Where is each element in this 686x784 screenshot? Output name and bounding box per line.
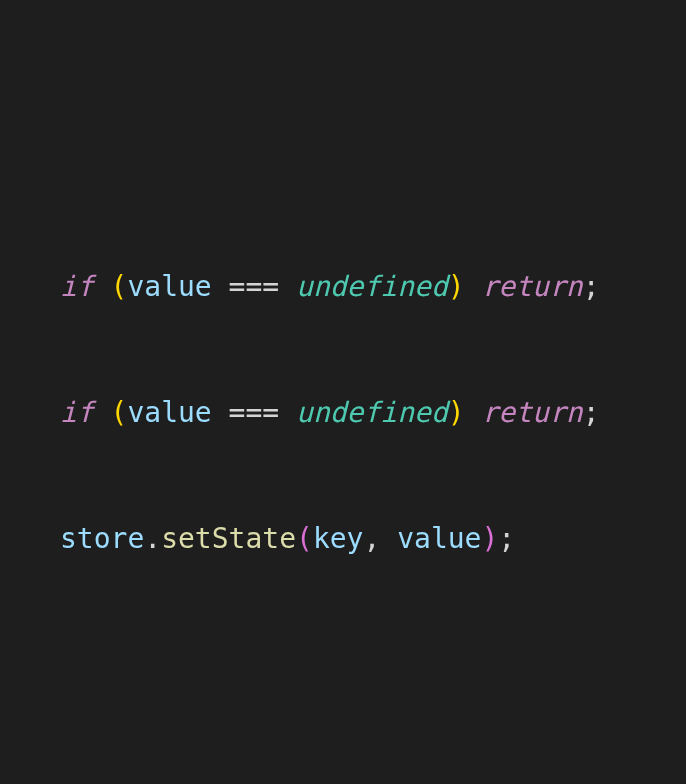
identifier-store: store bbox=[60, 522, 144, 555]
dot: . bbox=[144, 522, 161, 555]
code-block: if (value === undefined) return; if (val… bbox=[60, 182, 599, 602]
semicolon: ; bbox=[583, 396, 600, 429]
space bbox=[465, 270, 482, 303]
identifier-value: value bbox=[397, 522, 481, 555]
paren-open: ( bbox=[111, 396, 128, 429]
paren-close: ) bbox=[481, 522, 498, 555]
keyword-return: return bbox=[481, 396, 582, 429]
paren-close: ) bbox=[448, 396, 465, 429]
code-line: store.setState(key, value); bbox=[60, 518, 599, 560]
space bbox=[212, 270, 229, 303]
space bbox=[94, 270, 111, 303]
keyword-if: if bbox=[60, 396, 94, 429]
keyword-if: if bbox=[60, 270, 94, 303]
paren-open: ( bbox=[111, 270, 128, 303]
paren-close: ) bbox=[448, 270, 465, 303]
method-setState: setState bbox=[161, 522, 296, 555]
semicolon: ; bbox=[498, 522, 515, 555]
identifier-value: value bbox=[127, 396, 211, 429]
space bbox=[279, 270, 296, 303]
keyword-undefined: undefined bbox=[296, 396, 448, 429]
paren-open: ( bbox=[296, 522, 313, 555]
code-line: if (value === undefined) return; bbox=[60, 392, 599, 434]
identifier-key: key bbox=[313, 522, 364, 555]
space bbox=[380, 522, 397, 555]
identifier-value: value bbox=[127, 270, 211, 303]
space bbox=[465, 396, 482, 429]
code-line: if (value === undefined) return; bbox=[60, 266, 599, 308]
space bbox=[279, 396, 296, 429]
keyword-return: return bbox=[481, 270, 582, 303]
comma: , bbox=[363, 522, 380, 555]
space bbox=[212, 396, 229, 429]
operator-strict-eq: === bbox=[229, 270, 280, 303]
semicolon: ; bbox=[583, 270, 600, 303]
keyword-undefined: undefined bbox=[296, 270, 448, 303]
operator-strict-eq: === bbox=[229, 396, 280, 429]
space bbox=[94, 396, 111, 429]
